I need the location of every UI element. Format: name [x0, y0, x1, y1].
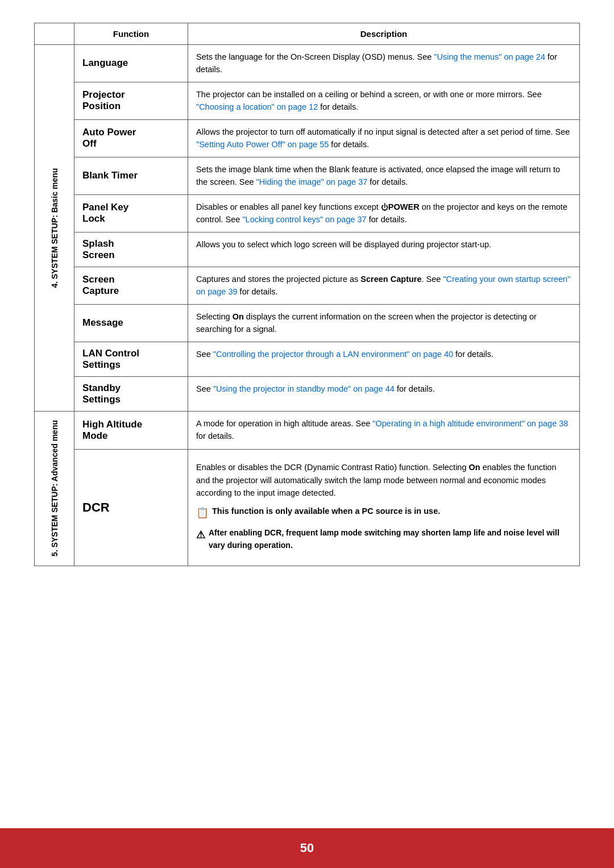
- desc-blank-timer: Sets the image blank time when the Blank…: [188, 157, 580, 194]
- link-standby-mode[interactable]: "Using the projector in standby mode" on…: [213, 384, 395, 393]
- function-panel-key-lock: Panel KeyLock: [74, 194, 188, 232]
- table-row: StandbySettings See "Using the projector…: [35, 376, 580, 411]
- page-footer: 50: [0, 828, 614, 868]
- table-row: Auto PowerOff Allows the projector to tu…: [35, 119, 580, 157]
- table-row: Panel KeyLock Disables or enables all pa…: [35, 194, 580, 232]
- desc-screen-capture: Captures and stores the projected pictur…: [188, 267, 580, 304]
- function-dcr: DCR: [74, 450, 188, 566]
- dcr-warning: ⚠ After enabling DCR, frequent lamp mode…: [196, 527, 571, 551]
- table-row: ProjectorPosition The projector can be i…: [35, 82, 580, 119]
- table-row: LAN ControlSettings See "Controlling the…: [35, 342, 580, 376]
- desc-panel-key-lock: Disables or enables all panel key functi…: [188, 194, 580, 232]
- function-lan-control: LAN ControlSettings: [74, 342, 188, 376]
- link-locking-control-keys[interactable]: "Locking control keys" on page 37: [242, 215, 366, 224]
- sidebar-header: [35, 23, 74, 45]
- function-blank-timer: Blank Timer: [74, 157, 188, 194]
- table-row: 4. SYSTEM SETUP: Basic menu Language Set…: [35, 45, 580, 82]
- dcr-note: 📋 This function is only available when a…: [196, 505, 571, 521]
- desc-language: Sets the language for the On-Screen Disp…: [188, 45, 580, 82]
- description-header: Description: [188, 23, 580, 45]
- function-splash-screen: SplashScreen: [74, 232, 188, 267]
- table-row: DCR Enables or disables the DCR (Dynamic…: [35, 450, 580, 566]
- link-hiding-image[interactable]: "Hiding the image" on page 37: [256, 177, 368, 186]
- page-content: Function Description 4. SYSTEM SETUP: Ba…: [0, 0, 614, 828]
- table-row: Message Selecting On displays the curren…: [35, 304, 580, 342]
- desc-splash-screen: Allows you to select which logo screen w…: [188, 232, 580, 267]
- desc-standby-settings: See "Using the projector in standby mode…: [188, 376, 580, 411]
- desc-high-altitude: A mode for operation in high altitude ar…: [188, 411, 580, 449]
- function-language: Language: [74, 45, 188, 82]
- function-screen-capture: ScreenCapture: [74, 267, 188, 304]
- note-text: This function is only available when a P…: [212, 505, 440, 517]
- desc-projector-position: The projector can be installed on a ceil…: [188, 82, 580, 119]
- note-icon: 📋: [196, 505, 209, 521]
- function-projector-position: ProjectorPosition: [74, 82, 188, 119]
- function-header: Function: [74, 23, 188, 45]
- sidebar-basic-menu: 4. SYSTEM SETUP: Basic menu: [35, 45, 74, 412]
- link-lan-environment[interactable]: "Controlling the projector through a LAN…: [213, 350, 453, 359]
- warning-icon: ⚠: [196, 528, 205, 543]
- function-message: Message: [74, 304, 188, 342]
- table-row: 5. SYSTEM SETUP: Advanced menu High Alti…: [35, 411, 580, 449]
- table-row: Blank Timer Sets the image blank time wh…: [35, 157, 580, 194]
- desc-message: Selecting On displays the current inform…: [188, 304, 580, 342]
- sidebar-advanced-menu: 5. SYSTEM SETUP: Advanced menu: [35, 411, 74, 566]
- desc-auto-power-off: Allows the projector to turn off automat…: [188, 119, 580, 157]
- table-row: ScreenCapture Captures and stores the pr…: [35, 267, 580, 304]
- desc-lan-control: See "Controlling the projector through a…: [188, 342, 580, 376]
- table-row: SplashScreen Allows you to select which …: [35, 232, 580, 267]
- function-auto-power-off: Auto PowerOff: [74, 119, 188, 157]
- link-using-menus[interactable]: "Using the menus" on page 24: [434, 52, 545, 61]
- desc-dcr: Enables or disables the DCR (Dynamic Con…: [188, 450, 580, 566]
- link-setting-auto-power-off[interactable]: "Setting Auto Power Off" on page 55: [196, 140, 329, 149]
- main-table: Function Description 4. SYSTEM SETUP: Ba…: [34, 23, 580, 566]
- warning-text: After enabling DCR, frequent lamp mode s…: [209, 527, 571, 551]
- link-high-altitude-environment[interactable]: "Operating in a high altitude environmen…: [372, 419, 568, 428]
- page-number: 50: [300, 841, 314, 855]
- function-standby-settings: StandbySettings: [74, 376, 188, 411]
- link-choosing-location[interactable]: "Choosing a location" on page 12: [196, 102, 318, 111]
- function-high-altitude: High AltitudeMode: [74, 411, 188, 449]
